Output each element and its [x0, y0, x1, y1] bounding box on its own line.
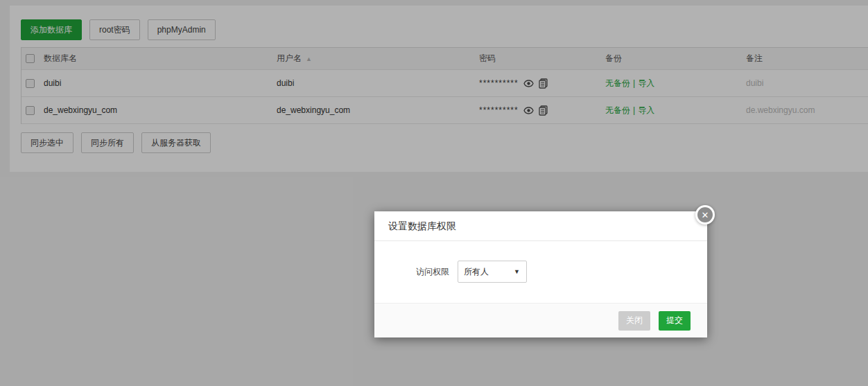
modal-close-button[interactable]: 关闭	[618, 311, 650, 331]
modal-submit-button[interactable]: 提交	[659, 311, 691, 331]
set-db-permissions-modal: ✕ 设置数据库权限 访问权限 所有人 ▼ 关闭 提交	[374, 211, 707, 337]
access-permission-label: 访问权限	[416, 266, 458, 278]
access-permission-select[interactable]: 所有人 ▼	[458, 261, 527, 283]
modal-footer: 关闭 提交	[374, 303, 707, 337]
chevron-down-icon: ▼	[514, 268, 520, 275]
modal-title: 设置数据库权限	[374, 211, 707, 241]
select-value: 所有人	[464, 266, 489, 278]
access-permission-row: 访问权限 所有人 ▼	[374, 261, 707, 283]
modal-body: 访问权限 所有人 ▼	[374, 241, 707, 302]
close-icon[interactable]: ✕	[695, 205, 715, 225]
